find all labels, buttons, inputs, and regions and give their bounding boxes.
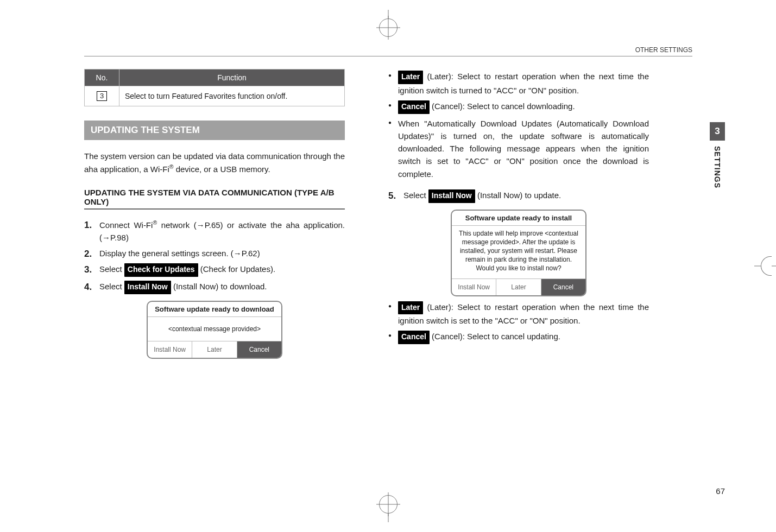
- later-label: Later: [398, 301, 423, 315]
- intro-paragraph: The system version can be updated via da…: [84, 150, 345, 176]
- header-rule: [84, 56, 692, 56]
- page-content: OTHER SETTINGS No. Function 3 Select to …: [84, 46, 692, 486]
- install-dialog: Software update ready to install This up…: [451, 210, 586, 296]
- cancel-button[interactable]: Cancel: [541, 279, 585, 295]
- bullet-later: Later (Later): Select to restart operati…: [388, 301, 649, 327]
- function-table: No. Function 3 Select to turn Featured F…: [84, 69, 345, 106]
- right-column: Later (Later): Select to restart operati…: [388, 69, 649, 347]
- dialog-body: <contextual message provided>: [148, 317, 281, 341]
- row-function-text: Select to turn Featured Favorites functi…: [119, 86, 345, 106]
- dialog-title: Software update ready to download: [148, 302, 281, 317]
- dialog-buttons: Install Now Later Cancel: [148, 341, 281, 358]
- bullet-cancel: Cancel (Cancel): Select to cancel updati…: [388, 330, 649, 344]
- cancel-label: Cancel: [398, 100, 430, 114]
- step-number: 3.: [84, 263, 92, 277]
- chapter-number: 3: [710, 122, 725, 141]
- table-head-function: Function: [119, 69, 345, 86]
- step-text: Display the general settings screen. (→P…: [99, 249, 260, 258]
- step-1: 1. Connect Wi-Fi® network (→P.65) or act…: [84, 218, 345, 244]
- dialog-buttons: Install Now Later Cancel: [452, 278, 585, 295]
- check-for-updates-label: Check for Updates: [124, 263, 198, 277]
- row-number-box: 3: [97, 91, 107, 101]
- bullet-cancel: Cancel (Cancel): Select to cancel downlo…: [388, 100, 649, 114]
- steps-list-left: 1. Connect Wi-Fi® network (→P.65) or act…: [84, 218, 345, 294]
- step-text: Select Install Now (Install Now) to down…: [99, 282, 267, 291]
- step-text: Connect Wi-Fi® network (→P.65) or activa…: [99, 220, 345, 242]
- step-3: 3. Select Check for Updates (Check for U…: [84, 263, 345, 277]
- step-number: 2.: [84, 247, 92, 261]
- bullet-list-top: Later (Later): Select to restart operati…: [388, 70, 649, 180]
- dialog-title: Software update ready to install: [452, 211, 585, 226]
- crop-register: [379, 495, 398, 514]
- step-number: 1.: [84, 218, 92, 232]
- bullet-auto-download: When "Automatically Download Updates (Au…: [388, 117, 649, 180]
- install-now-button[interactable]: Install Now: [148, 341, 192, 358]
- left-column: No. Function 3 Select to turn Featured F…: [84, 69, 345, 363]
- page-number: 67: [716, 486, 725, 496]
- step-text: Select Install Now (Install Now) to upda…: [403, 191, 561, 200]
- crop-register: [379, 18, 398, 37]
- cancel-label: Cancel: [398, 331, 430, 344]
- bullet-list-bottom: Later (Later): Select to restart operati…: [388, 301, 649, 345]
- download-dialog: Software update ready to download <conte…: [147, 301, 282, 359]
- later-label: Later: [398, 71, 423, 84]
- step-text: Select Check for Updates (Check for Upda…: [99, 264, 275, 274]
- table-head-no: No.: [85, 69, 119, 86]
- step-5: 5. Select Install Now (Install Now) to u…: [388, 189, 649, 203]
- step-2: 2. Display the general settings screen. …: [84, 247, 345, 259]
- chapter-tab: 3 SETTINGS: [710, 122, 725, 188]
- header-category: OTHER SETTINGS: [635, 46, 692, 54]
- step-number: 5.: [388, 189, 396, 203]
- steps-list-right: 5. Select Install Now (Install Now) to u…: [388, 189, 649, 203]
- install-now-button[interactable]: Install Now: [452, 279, 496, 295]
- crop-register: [761, 256, 772, 276]
- dialog-body: This update will help improve <contextua…: [452, 226, 585, 278]
- bullet-later: Later (Later): Select to restart operati…: [388, 70, 649, 97]
- section-heading: UPDATING THE SYSTEM: [84, 121, 345, 140]
- chapter-label: SETTINGS: [713, 146, 722, 188]
- cancel-button[interactable]: Cancel: [237, 341, 281, 358]
- table-row: 3 Select to turn Featured Favorites func…: [85, 86, 345, 106]
- sub-heading: UPDATING THE SYSTEM VIA DATA COMMUNICATI…: [84, 188, 345, 210]
- later-button[interactable]: Later: [192, 341, 237, 358]
- step-4: 4. Select Install Now (Install Now) to d…: [84, 280, 345, 294]
- step-number: 4.: [84, 280, 92, 294]
- install-now-label: Install Now: [428, 189, 475, 203]
- install-now-label: Install Now: [124, 281, 171, 294]
- later-button[interactable]: Later: [496, 279, 541, 295]
